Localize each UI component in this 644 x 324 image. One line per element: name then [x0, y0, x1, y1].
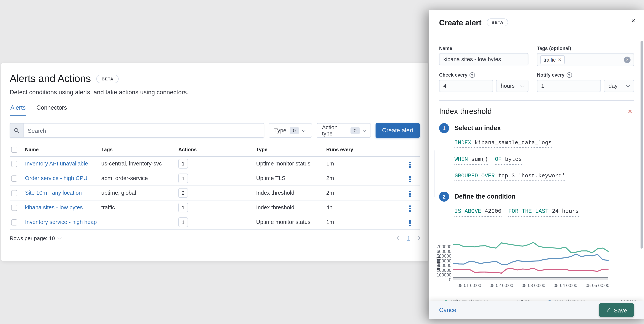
alert-type: Uptime monitor status [254, 156, 325, 171]
step-number: 2 [439, 192, 449, 202]
legend-label: www.elastic.co [554, 299, 586, 301]
alert-runs-every: 4h [325, 200, 406, 215]
check-every-label: Check every [439, 72, 468, 78]
expression-keyword: INDEX [454, 140, 471, 146]
check-every-unit-select[interactable]: hours [496, 80, 528, 92]
alert-tags: apm, order-service [100, 171, 177, 185]
page-number[interactable]: 1 [407, 235, 410, 241]
actions-count-badge: 1 [178, 159, 188, 168]
column-header-type: Type [254, 143, 325, 156]
row-menu-icon[interactable] [408, 219, 412, 228]
rows-per-page-selector[interactable]: Rows per page: 10 [10, 235, 61, 241]
create-alert-flyout: Create alert BETA ✕ Name Tags (optional)… [429, 10, 644, 320]
tags-combobox[interactable]: traffic ✕ ✕ [537, 53, 634, 66]
svg-text:05-01 00:00: 05-01 00:00 [458, 283, 481, 288]
beta-badge: BETA [487, 18, 508, 26]
svg-text:600000: 600000 [436, 249, 452, 254]
row-checkbox[interactable] [11, 219, 17, 225]
row-checkbox[interactable] [11, 161, 17, 167]
legend-item[interactable]: www.elastic.co 440940 [548, 299, 636, 301]
notify-every-value-input[interactable] [537, 80, 601, 92]
create-alert-button[interactable]: Create alert [376, 123, 420, 138]
action-type-filter-label: Action type [322, 124, 347, 137]
table-header-row: Name Tags Actions Type Runs every [10, 143, 420, 156]
row-checkbox[interactable] [11, 175, 17, 181]
search-box [10, 123, 264, 138]
row-menu-icon[interactable] [408, 160, 412, 169]
alert-name-link[interactable]: kibana sites - low bytes [25, 204, 83, 211]
alert-runs-every: 1m [325, 215, 406, 229]
notify-every-unit-select[interactable]: day [604, 80, 634, 92]
index-expression[interactable]: INDEX kibana_sample_data_logs [454, 140, 552, 148]
svg-text:200000: 200000 [436, 268, 452, 273]
type-filter-label: Type [274, 127, 286, 134]
page-title: Alerts and Actions [10, 73, 91, 85]
alert-type: Uptime monitor status [254, 215, 325, 229]
action-type-filter-count: 0 [351, 127, 360, 134]
table-row: Inventory API unavailable us-central, in… [10, 156, 420, 171]
alerts-table: Name Tags Actions Type Runs every Invent… [10, 143, 420, 230]
divider [439, 100, 634, 101]
legend-item[interactable]: artifacts.elastic.co 500047 [444, 299, 533, 301]
name-field-label: Name [439, 46, 528, 51]
row-menu-icon[interactable] [408, 175, 412, 184]
tab-bar: Alerts Connectors [10, 104, 420, 116]
field-expression[interactable]: OF bytes [495, 156, 522, 165]
group-by-expression[interactable]: GROUPED OVER top 3 'host.keyword' [454, 173, 565, 181]
row-checkbox[interactable] [11, 190, 17, 196]
step-title-define-condition: Define the condition [439, 193, 634, 200]
row-checkbox[interactable] [11, 205, 17, 211]
select-all-checkbox[interactable] [11, 146, 17, 153]
close-icon[interactable]: ✕ [630, 16, 637, 25]
search-icon [10, 123, 24, 137]
action-type-filter-button[interactable]: Action type 0 [316, 123, 371, 138]
next-page-icon[interactable] [416, 236, 420, 240]
alert-name-input[interactable] [439, 53, 528, 65]
chevron-down-icon [626, 83, 630, 87]
type-filter-button[interactable]: Type 0 [269, 123, 312, 138]
chevron-down-icon [362, 128, 366, 132]
check-every-value-input[interactable] [439, 80, 493, 92]
alert-name-link[interactable]: Inventory API unavailable [25, 160, 88, 167]
row-menu-icon[interactable] [408, 189, 412, 198]
expression-keyword: WHEN [454, 156, 468, 162]
svg-text:100000: 100000 [436, 273, 452, 278]
svg-text:400000: 400000 [436, 258, 452, 263]
clear-tags-icon[interactable]: ✕ [624, 56, 630, 63]
help-icon: ? [566, 72, 572, 78]
threshold-expression[interactable]: IS ABOVE 42000 [454, 208, 502, 217]
beta-badge: BETA [96, 74, 119, 83]
page-subtitle: Detect conditions using alerts, and take… [10, 89, 420, 96]
aggregation-expression[interactable]: WHEN sum() [454, 156, 488, 165]
expression-keyword: GROUPED OVER [454, 173, 495, 179]
flyout-scrollbar[interactable] [640, 41, 643, 249]
tab-alerts[interactable]: Alerts [10, 104, 26, 116]
tag-pill: traffic ✕ [540, 55, 565, 64]
row-menu-icon[interactable] [408, 204, 412, 213]
check-icon: ✓ [606, 307, 611, 314]
column-header-runs-every: Runs every [325, 143, 406, 156]
previous-page-icon[interactable] [397, 236, 401, 240]
alert-name-link[interactable]: Site 10m - any location [25, 190, 82, 196]
type-filter-count: 0 [290, 127, 299, 134]
cancel-button[interactable]: Cancel [439, 307, 458, 314]
time-window-expression[interactable]: FOR THE LAST 24 hours [508, 208, 579, 217]
step-title-select-index: Select an index [439, 124, 634, 132]
search-input[interactable] [24, 123, 264, 137]
expression-value: 24 hours [552, 208, 579, 214]
flyout-body: Name Tags (optional) traffic ✕ ✕ [429, 40, 644, 301]
tab-connectors[interactable]: Connectors [36, 104, 67, 116]
chart-legend: artifacts.elastic.co 500047 www.elastic.… [444, 299, 636, 301]
chevron-down-icon [58, 236, 61, 239]
alert-name-link[interactable]: Inventory service - high heap [25, 219, 97, 225]
remove-alert-type-icon[interactable]: ✕ [626, 107, 634, 116]
remove-tag-icon[interactable]: ✕ [558, 57, 562, 62]
column-header-name: Name [24, 143, 100, 156]
alert-name-link[interactable]: Order service - high CPU [25, 175, 88, 181]
actions-count-badge: 2 [178, 188, 188, 198]
alert-type: Index threshold [254, 185, 325, 200]
legend-label: artifacts.elastic.co [450, 299, 488, 301]
svg-text:700000: 700000 [436, 244, 452, 249]
flyout-title: Create alert [439, 18, 482, 27]
save-button[interactable]: ✓ Save [599, 303, 634, 317]
